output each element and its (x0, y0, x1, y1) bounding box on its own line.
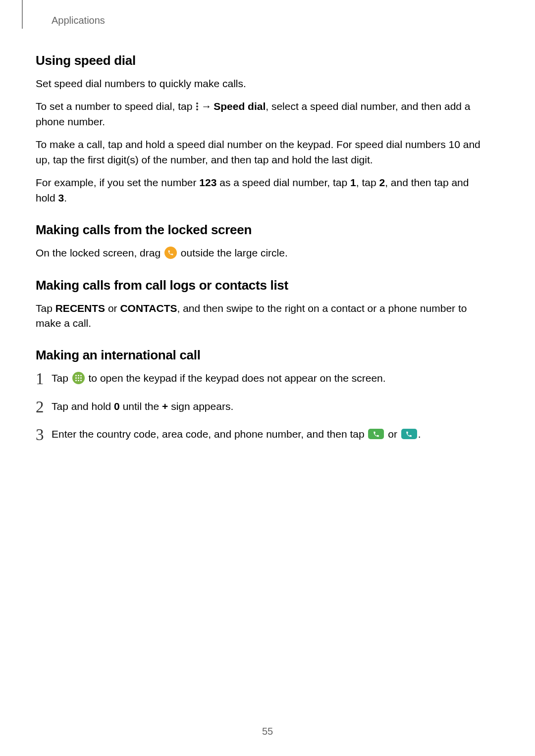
step-2: 2 Tap and hold 0 until the + sign appear… (36, 399, 485, 414)
text-speed-dial-example: For example, if you set the number 123 a… (36, 175, 485, 205)
step-1: 1 Tap to open the keypad if the keypad d… (36, 371, 485, 386)
call-button-sim1-icon (368, 429, 384, 439)
heading-call-logs: Making calls from call logs or contacts … (36, 278, 485, 293)
international-steps: 1 Tap to open the keypad if the keypad d… (36, 371, 485, 442)
header-label: Applications (52, 15, 485, 26)
menu-speed-dial: Speed dial (214, 101, 266, 112)
text-speed-dial-intro: Set speed dial numbers to quickly make c… (36, 76, 485, 91)
tab-recents: RECENTS (55, 302, 105, 314)
page-number: 55 (0, 726, 535, 737)
text-locked-screen: On the locked screen, drag outside the l… (36, 246, 485, 260)
heading-speed-dial: Using speed dial (36, 53, 485, 68)
text-speed-dial-call: To make a call, tap and hold a speed dia… (36, 137, 485, 167)
tab-contacts: CONTACTS (120, 302, 177, 314)
step-3: 3 Enter the country code, area code, and… (36, 427, 485, 442)
arrow-icon: → (201, 99, 212, 114)
header-rule (22, 0, 23, 29)
heading-locked-screen: Making calls from the locked screen (36, 222, 485, 238)
call-button-sim2-icon (401, 429, 417, 439)
page-content: Applications Using speed dial Set speed … (0, 0, 535, 442)
phone-lock-icon (164, 247, 177, 259)
text-speed-dial-set: To set a number to speed dial, tap →Spee… (36, 99, 485, 129)
text-call-logs: Tap RECENTS or CONTACTS, and then swipe … (36, 301, 485, 331)
heading-international: Making an international call (36, 348, 485, 363)
keypad-icon (72, 372, 85, 384)
more-options-icon (196, 102, 198, 110)
